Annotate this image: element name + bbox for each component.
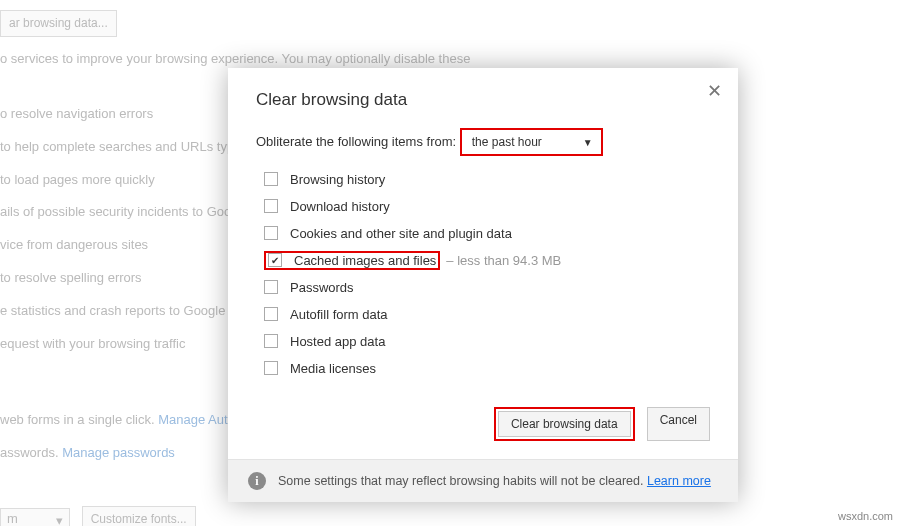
- checkbox-label: Browsing history: [290, 172, 385, 187]
- checkbox-row-media[interactable]: Media licenses: [264, 357, 710, 379]
- bg-text: o services to improve your browsing expe…: [0, 49, 899, 70]
- highlight-box: Cached images and files: [264, 251, 440, 270]
- checkbox-row-download-history[interactable]: Download history: [264, 195, 710, 217]
- chevron-down-icon: ▼: [583, 137, 593, 148]
- checkbox[interactable]: [264, 226, 278, 240]
- bg-clear-data-button: ar browsing data...: [0, 10, 117, 37]
- learn-more-link[interactable]: Learn more: [647, 474, 711, 488]
- cached-size-label: – less than 94.3 MB: [446, 253, 561, 268]
- highlight-box: Clear browsing data: [494, 407, 635, 441]
- dialog-title: Clear browsing data: [256, 90, 710, 110]
- obliterate-label: Obliterate the following items from:: [256, 134, 456, 149]
- checkbox[interactable]: [268, 253, 282, 267]
- checkbox[interactable]: [264, 334, 278, 348]
- checkbox[interactable]: [264, 172, 278, 186]
- footer-text: Some settings that may reflect browsing …: [278, 474, 647, 488]
- checkbox[interactable]: [264, 361, 278, 375]
- cancel-button[interactable]: Cancel: [647, 407, 710, 441]
- bg-customize-fonts-button: Customize fonts...: [82, 506, 196, 526]
- bg-text: asswords.: [0, 445, 62, 460]
- close-icon[interactable]: ✕: [707, 82, 722, 100]
- clear-browsing-data-dialog: ✕ Clear browsing data Obliterate the fol…: [228, 68, 738, 502]
- watermark-text: wsxdn.com: [838, 510, 893, 522]
- checkbox[interactable]: [264, 307, 278, 321]
- highlight-box: the past hour ▼: [460, 128, 603, 156]
- checkbox[interactable]: [264, 280, 278, 294]
- time-range-select[interactable]: the past hour ▼: [464, 131, 599, 153]
- manage-passwords-link: Manage passwords: [62, 445, 175, 460]
- checkbox-label: Media licenses: [290, 361, 376, 376]
- dialog-footer: i Some settings that may reflect browsin…: [228, 459, 738, 502]
- checkbox-row-cached[interactable]: Cached images and files – less than 94.3…: [264, 249, 710, 271]
- checkbox-row-passwords[interactable]: Passwords: [264, 276, 710, 298]
- clear-browsing-data-button[interactable]: Clear browsing data: [498, 411, 631, 437]
- checkbox-row-cookies[interactable]: Cookies and other site and plugin data: [264, 222, 710, 244]
- info-icon: i: [248, 472, 266, 490]
- checkbox-row-autofill[interactable]: Autofill form data: [264, 303, 710, 325]
- checkbox-label: Download history: [290, 199, 390, 214]
- checkbox-label: Passwords: [290, 280, 354, 295]
- bg-font-select: m: [0, 508, 70, 526]
- checkbox[interactable]: [264, 199, 278, 213]
- bg-text: web forms in a single click.: [0, 412, 158, 427]
- checkbox-row-browsing-history[interactable]: Browsing history: [264, 168, 710, 190]
- checkbox-label: Cached images and files: [294, 253, 436, 268]
- checkbox-row-hosted[interactable]: Hosted app data: [264, 330, 710, 352]
- checkbox-label: Autofill form data: [290, 307, 388, 322]
- checkbox-label: Hosted app data: [290, 334, 385, 349]
- checkbox-label: Cookies and other site and plugin data: [290, 226, 512, 241]
- time-range-value: the past hour: [472, 135, 542, 149]
